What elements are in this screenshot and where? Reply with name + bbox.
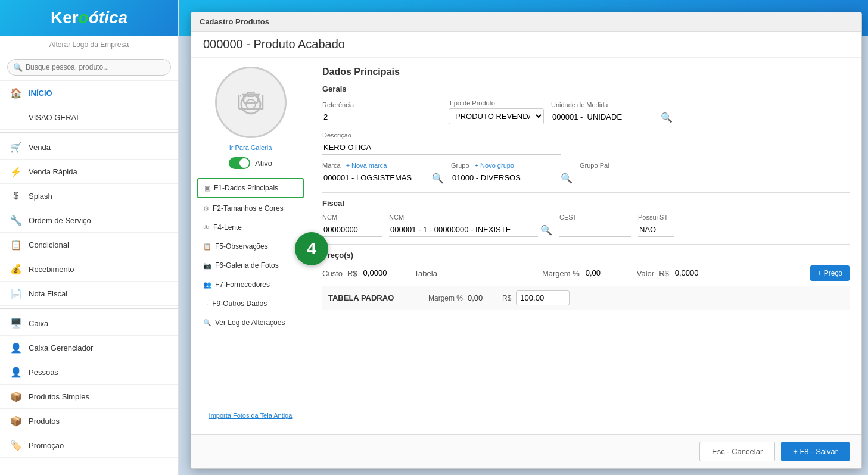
save-button[interactable]: + F8 - Salvar [781,442,850,461]
sidebar-item-condicional[interactable]: 📋 Condicional [0,233,178,257]
sidebar-item-splash[interactable]: $ Splash [0,184,178,208]
f5-icon: 📋 [203,243,211,251]
left-nav-f4[interactable]: 👁 F4-Lente [197,218,304,236]
sidebar-label-inicio: INÍCIO [29,89,52,98]
sidebar-item-visao-geral[interactable]: VISÃO GERAL [0,105,178,130]
cest-input[interactable] [559,223,631,237]
alt-logo-text[interactable]: Alterar Logo da Empresa [0,36,178,54]
grupo-pai-label: Grupo Pai [580,162,669,169]
ativo-switch[interactable] [229,157,250,169]
import-fotos-link[interactable]: Importa Fotos da Tela Antiga [203,406,298,425]
promocao-icon: 🏷️ [10,439,23,452]
f1-icon: ▣ [204,185,210,192]
referencia-input[interactable] [322,110,441,124]
sidebar-item-produtos[interactable]: 📦 Produtos [0,409,178,433]
ncm-input[interactable] [322,223,382,237]
ordem-icon: 🔧 [10,214,23,227]
caixa-icon: 🖥️ [10,317,23,330]
grupo-search-button[interactable]: 🔍 [561,173,573,184]
tipo-produto-select[interactable]: PRODUTO REVENDA [449,108,544,124]
valor-input[interactable] [674,266,721,280]
tabela-padrao-row: TABELA PADRAO Margem % 0,00 R$ [322,286,850,310]
sidebar-label-venda-rapida: Venda Rápida [29,167,77,176]
left-nav-f1[interactable]: ▣ F1-Dados Principais [197,178,304,198]
left-nav-f7[interactable]: 👥 F7-Fornecedores [197,276,304,293]
logo-ker: Ker [51,8,79,27]
cancel-button[interactable]: Esc - Cancelar [699,442,775,461]
sidebar-item-inicio[interactable]: 🏠 INÍCIO [0,81,178,105]
f4-icon: 👁 [203,224,210,231]
marca-input[interactable] [322,171,430,185]
sidebar-item-ordem-servico[interactable]: 🔧 Ordem de Serviço [0,208,178,233]
logo: Keroótica [51,8,127,27]
visao-icon [10,111,23,124]
product-image[interactable] [215,67,287,138]
f2-icon: ⚙ [203,205,209,212]
recebimento-icon: 💰 [10,262,23,276]
left-nav-log[interactable]: 🔍 Ver Log de Alterações [197,314,304,332]
venda-icon: 🛒 [10,140,23,154]
sidebar-label-nota-fiscal: Nota Fiscal [29,289,67,298]
left-nav-f9[interactable]: ··· F9-Outros Dados [197,295,304,312]
unidade-medida-search-button[interactable]: 🔍 [661,112,673,123]
marca-search-button[interactable]: 🔍 [432,173,444,184]
sidebar-item-venda[interactable]: 🛒 Venda [0,135,178,160]
sidebar-label-condicional: Condicional [29,240,69,249]
form-row-2: Descrição [322,132,850,155]
descricao-input[interactable] [322,140,561,155]
margem-input[interactable] [584,266,632,280]
camera-icon [233,88,269,117]
sidebar-header: Keroótica [0,0,178,36]
sidebar-item-nota-fiscal[interactable]: 📄 Nota Fiscal [0,282,178,306]
main-area: 4 Cadastro Produtos 000000 - Produto Aca… [179,0,868,475]
ncm-label: NCM [322,214,382,221]
search-input[interactable] [7,59,171,76]
sidebar-item-venda-rapida[interactable]: ⚡ Venda Rápida [0,160,178,184]
log-icon: 🔍 [203,319,211,327]
sidebar-item-recebimento[interactable]: 💰 Recebimento [0,257,178,282]
grupo-input[interactable] [451,171,558,185]
sidebar-item-caixa-gerenciador[interactable]: 👤 Caixa Gerenciador [0,336,178,360]
sidebar-label-produtos-simples: Produtos Simples [29,392,89,401]
nova-marca-link[interactable]: + Nova marca [346,162,387,169]
sidebar-item-promocao[interactable]: 🏷️ Promoção [0,433,178,458]
left-nav-f5[interactable]: 📋 F5-Observações [197,238,304,255]
home-icon: 🏠 [10,86,23,99]
tabela-rs-input[interactable] [516,290,570,305]
ncm2-search-button[interactable]: 🔍 [540,224,552,236]
valor-rs-label: R$ [659,269,669,278]
sidebar-item-caixa[interactable]: 🖥️ Caixa [0,311,178,336]
custo-input[interactable] [362,266,410,280]
custo-label: Custo [322,269,343,278]
add-preco-button[interactable]: + Preço [810,265,850,281]
form-group-ncm2: NCM 🔍 [389,214,552,237]
modal-title: Cadastro Produtos [200,17,269,26]
tabela-margem-label: Margem % [428,294,463,302]
grupo-pai-input[interactable] [580,171,669,185]
sidebar-item-pessoas[interactable]: 👤 Pessoas [0,360,178,385]
left-nav-f2[interactable]: ⚙ F2-Tamanhos e Cores [197,199,304,217]
sidebar-label-venda: Venda [29,143,51,152]
form-group-marca: Marca + Nova marca 🔍 [322,162,444,185]
margem-label: Margem % [542,269,580,278]
tabela-input[interactable] [442,266,537,280]
right-panel: Dados Principais Gerais Referência Tipo … [310,58,861,434]
sidebar-label-splash: Splash [29,192,52,201]
novo-grupo-link[interactable]: + Novo grupo [475,162,514,169]
logo-otica: ótica [89,8,127,27]
tipo-produto-label: Tipo de Produto [449,99,544,107]
left-nav-f6[interactable]: 📷 F6-Galeria de Fotos [197,257,304,274]
ncm2-input[interactable] [389,223,538,237]
sidebar-nav: 🏠 INÍCIO VISÃO GERAL 🛒 Venda ⚡ Venda Ráp… [0,81,178,475]
sidebar-label-caixa: Caixa [29,319,48,328]
left-panel: Ir Para Galeria Ativo ▣ F1-Dados Princip… [191,58,310,434]
modal-footer: Esc - Cancelar + F8 - Salvar [191,434,861,468]
go-gallery-link[interactable]: Ir Para Galeria [229,144,272,151]
sidebar-item-produtos-simples[interactable]: 📦 Produtos Simples [0,385,178,409]
modal-header: 000000 - Produto Acabado [191,32,861,58]
search-icon: 🔍 [13,63,23,72]
venda-rapida-icon: ⚡ [10,165,23,178]
modal-title-bar: Cadastro Produtos [191,12,861,32]
possui-st-input[interactable] [638,223,674,237]
unidade-medida-input[interactable] [551,110,658,124]
